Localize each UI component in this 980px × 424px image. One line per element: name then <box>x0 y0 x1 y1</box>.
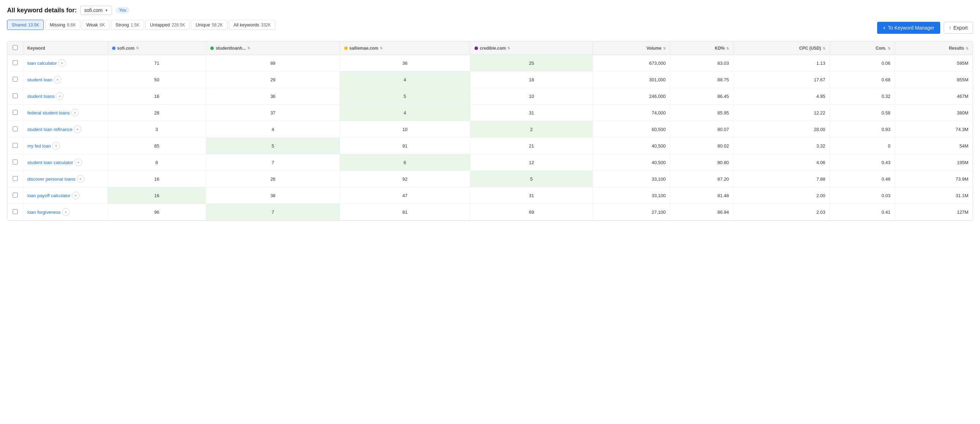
results-cell: 127M <box>895 204 973 221</box>
sort-icon[interactable]: ⇅ <box>247 46 250 50</box>
sofi-rank-cell: 8 <box>107 154 206 171</box>
row-checkbox[interactable] <box>13 143 18 148</box>
add-keyword-button[interactable]: + <box>52 142 60 150</box>
row-checkbox[interactable] <box>13 93 18 98</box>
keyword-cell: student loan refinance + <box>23 121 107 138</box>
tab-count: 332K <box>261 22 271 27</box>
tab-count: 1.5K <box>131 22 140 27</box>
keyword-cell: student loan calculator + <box>23 154 107 171</box>
col-header-kd[interactable]: KD%⇅ <box>670 41 733 55</box>
domain-dot <box>210 46 214 50</box>
sofi-rank-cell: 3 <box>107 121 206 138</box>
sort-icon[interactable]: ⇅ <box>507 46 510 50</box>
add-keyword-button[interactable]: + <box>62 208 70 216</box>
col-header-credible[interactable]: credible.com⇅ <box>470 41 593 55</box>
keyword-link[interactable]: loan calculator <box>27 60 57 66</box>
student-rank-cell: 7 <box>206 204 340 221</box>
student-rank-cell: 26 <box>206 171 340 187</box>
col-label: KD% <box>715 46 725 51</box>
col-header-results[interactable]: Results⇅ <box>895 41 973 55</box>
volume-cell: 74,000 <box>593 105 670 121</box>
col-header-volume[interactable]: Volume⇅ <box>593 41 670 55</box>
tab-all[interactable]: All keywords332K <box>229 20 275 30</box>
add-keyword-button[interactable]: + <box>74 125 81 133</box>
row-checkbox[interactable] <box>13 160 18 164</box>
volume-cell: 301,000 <box>593 71 670 88</box>
col-header-sofi[interactable]: sofi.com⇅ <box>107 41 206 55</box>
row-checkbox-cell <box>7 187 23 204</box>
keyword-link[interactable]: federal student loans <box>27 110 70 116</box>
export-button[interactable]: ↑ Export <box>944 22 973 34</box>
col-header-student[interactable]: studentloanh...⇅ <box>206 41 340 55</box>
add-keyword-button[interactable]: + <box>72 192 80 199</box>
row-checkbox[interactable] <box>13 110 18 115</box>
sort-icon[interactable]: ⇅ <box>663 46 666 50</box>
keyword-link[interactable]: my fed loan <box>27 143 51 149</box>
row-checkbox-cell <box>7 71 23 88</box>
add-keyword-button[interactable]: + <box>77 175 84 183</box>
keyword-cell: student loans + <box>23 88 107 105</box>
sofi-rank-cell: 16 <box>107 88 206 105</box>
sallie-rank-cell: 36 <box>340 55 470 71</box>
sofi-rank-cell: 16 <box>107 187 206 204</box>
row-checkbox[interactable] <box>13 60 18 65</box>
sort-icon[interactable]: ⇅ <box>380 46 383 50</box>
sort-icon[interactable]: ⇅ <box>888 46 891 50</box>
col-header-sallie[interactable]: salliemae.com⇅ <box>340 41 470 55</box>
keyword-link[interactable]: loan payoff calculator <box>27 193 71 198</box>
sort-icon[interactable]: ⇅ <box>966 46 968 50</box>
sofi-rank-cell: 28 <box>107 105 206 121</box>
table-row: student loan refinance + 3410260,50080.0… <box>7 121 973 138</box>
tab-missing[interactable]: Missing8.6K <box>45 20 80 30</box>
sort-icon[interactable]: ⇅ <box>136 46 139 50</box>
col-header-cpc[interactable]: CPC (USD)⇅ <box>733 41 830 55</box>
row-checkbox[interactable] <box>13 209 18 214</box>
volume-cell: 40,500 <box>593 154 670 171</box>
credible-rank-cell: 31 <box>470 105 593 121</box>
volume-cell: 673,000 <box>593 55 670 71</box>
row-checkbox[interactable] <box>13 193 18 198</box>
tab-count: 228.5K <box>172 22 185 27</box>
add-keyword-button[interactable]: + <box>54 76 61 83</box>
credible-rank-cell: 69 <box>470 204 593 221</box>
student-rank-cell: 29 <box>206 71 340 88</box>
tab-shared[interactable]: Shared13.5K <box>7 20 44 30</box>
row-checkbox[interactable] <box>13 77 18 82</box>
tab-unique[interactable]: Unique58.2K <box>191 20 228 30</box>
keyword-link[interactable]: student loan <box>27 77 52 83</box>
row-checkbox[interactable] <box>13 176 18 181</box>
row-checkbox[interactable] <box>13 126 18 131</box>
kd-cell: 88.75 <box>670 71 733 88</box>
volume-cell: 33,100 <box>593 171 670 187</box>
tab-strong[interactable]: Strong1.5K <box>111 20 144 30</box>
keyword-link[interactable]: discover personal loans <box>27 176 76 182</box>
sort-icon[interactable]: ⇅ <box>726 46 729 50</box>
add-keyword-button[interactable]: + <box>56 92 64 100</box>
keyword-link[interactable]: student loans <box>27 94 55 99</box>
row-checkbox-cell <box>7 121 23 138</box>
student-rank-cell: 36 <box>206 88 340 105</box>
col-header-com[interactable]: Com.⇅ <box>830 41 895 55</box>
add-keyword-button[interactable]: + <box>74 159 82 166</box>
col-header-check[interactable] <box>7 41 23 55</box>
table-row: discover personal loans + 162692533,1008… <box>7 171 973 187</box>
tab-count: 6K <box>100 22 105 27</box>
credible-rank-cell: 2 <box>470 121 593 138</box>
keyword-link[interactable]: student loan calculator <box>27 160 73 165</box>
keyword-table: Keywordsofi.com⇅studentloanh...⇅salliema… <box>7 41 973 221</box>
domain-dropdown[interactable]: sofi.com ▼ <box>80 6 112 15</box>
add-keyword-button[interactable]: + <box>71 109 79 117</box>
keyword-link[interactable]: student loan refinance <box>27 127 73 132</box>
col-header-keyword[interactable]: Keyword <box>23 41 107 55</box>
tab-weak[interactable]: Weak6K <box>82 20 110 30</box>
credible-rank-cell: 18 <box>470 71 593 88</box>
keyword-manager-button[interactable]: + To Keyword Manager <box>877 22 940 34</box>
add-keyword-button[interactable]: + <box>58 59 66 67</box>
keyword-link[interactable]: loan forgiveness <box>27 210 61 215</box>
tab-untapped[interactable]: Untapped228.5K <box>145 20 189 30</box>
tab-label: Missing <box>50 22 65 27</box>
sort-icon[interactable]: ⇅ <box>822 46 826 50</box>
row-checkbox-cell <box>7 138 23 154</box>
keyword-cell: federal student loans + <box>23 105 107 121</box>
select-all-checkbox[interactable] <box>13 45 18 50</box>
